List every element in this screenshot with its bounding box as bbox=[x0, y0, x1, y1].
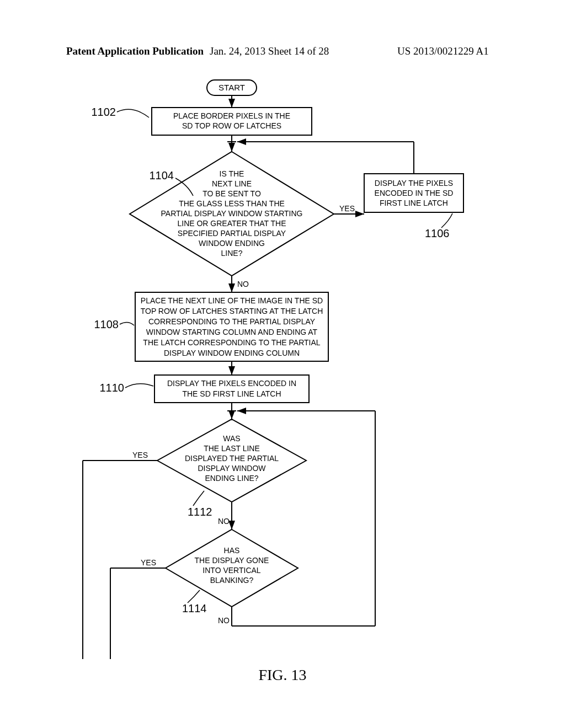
svg-text:SD TOP ROW OF LATCHES: SD TOP ROW OF LATCHES bbox=[182, 121, 281, 130]
svg-text:PLACE BORDER PIXELS IN THE: PLACE BORDER PIXELS IN THE bbox=[173, 111, 290, 120]
svg-text:DISPLAY THE PIXELS: DISPLAY THE PIXELS bbox=[375, 179, 453, 188]
svg-text:DISPLAY WINDOW ENDING COLUMN: DISPLAY WINDOW ENDING COLUMN bbox=[164, 349, 300, 357]
ref-1108: 1108 bbox=[94, 318, 119, 330]
decision-1114: HAS THE DISPLAY GONE INTO VERTICAL BLANK… bbox=[166, 529, 298, 607]
svg-text:WAS: WAS bbox=[223, 434, 240, 443]
ref-1106: 1106 bbox=[425, 227, 450, 239]
ref-1110: 1110 bbox=[100, 382, 125, 394]
label-yes-1112: YES bbox=[132, 451, 148, 459]
svg-text:ENCODED IN THE SD: ENCODED IN THE SD bbox=[375, 189, 454, 197]
svg-text:DISPLAY WINDOW: DISPLAY WINDOW bbox=[198, 464, 266, 473]
ref-1102: 1102 bbox=[92, 106, 116, 118]
svg-text:TO BE SENT TO: TO BE SENT TO bbox=[202, 189, 261, 198]
svg-text:THE SD FIRST LINE LATCH: THE SD FIRST LINE LATCH bbox=[182, 389, 281, 398]
svg-text:HAS: HAS bbox=[224, 546, 240, 555]
svg-text:LINE?: LINE? bbox=[221, 249, 243, 258]
label-no-1114: NO bbox=[218, 616, 230, 625]
svg-text:ENDING LINE?: ENDING LINE? bbox=[205, 474, 258, 483]
flowchart: START PLACE BORDER PIXELS IN THE SD TOP … bbox=[0, 74, 565, 681]
svg-text:START: START bbox=[218, 83, 245, 92]
ref-1114: 1114 bbox=[182, 602, 207, 614]
svg-text:CORRESPONDING TO THE PARTIAL D: CORRESPONDING TO THE PARTIAL DISPLAY bbox=[148, 317, 316, 326]
header-sheet: Jan. 24, 2013 Sheet 14 of 28 bbox=[210, 45, 329, 57]
ref-1112: 1112 bbox=[188, 506, 212, 518]
ref-1104: 1104 bbox=[150, 169, 174, 181]
process-1102: PLACE BORDER PIXELS IN THE SD TOP ROW OF… bbox=[152, 108, 312, 135]
label-no-1112: NO bbox=[218, 517, 230, 526]
header-publication: Patent Application Publication bbox=[66, 45, 204, 57]
svg-text:DISPLAYED THE PARTIAL: DISPLAYED THE PARTIAL bbox=[185, 454, 279, 463]
header-docnum: US 2013/0021229 A1 bbox=[397, 45, 489, 57]
label-no-1104: NO bbox=[237, 280, 249, 288]
svg-text:PLACE THE NEXT LINE OF THE IMA: PLACE THE NEXT LINE OF THE IMAGE IN THE … bbox=[141, 296, 323, 305]
svg-text:SPECIFIED PARTIAL DISPLAY: SPECIFIED PARTIAL DISPLAY bbox=[178, 229, 286, 238]
figure-label: FIG. 13 bbox=[0, 666, 565, 684]
svg-text:WINDOW STARTING COLUMN AND END: WINDOW STARTING COLUMN AND ENDING AT bbox=[146, 328, 318, 336]
process-1110: DISPLAY THE PIXELS ENCODED IN THE SD FIR… bbox=[154, 375, 309, 403]
process-1106: DISPLAY THE PIXELS ENCODED IN THE SD FIR… bbox=[364, 174, 463, 212]
process-1108: PLACE THE NEXT LINE OF THE IMAGE IN THE … bbox=[135, 292, 328, 361]
label-yes-1114: YES bbox=[141, 558, 156, 567]
svg-text:DISPLAY THE PIXELS ENCODED IN: DISPLAY THE PIXELS ENCODED IN bbox=[167, 379, 296, 388]
svg-text:THE LAST LINE: THE LAST LINE bbox=[204, 444, 260, 453]
start-node: START bbox=[207, 80, 257, 95]
svg-text:THE GLASS LESS THAN THE: THE GLASS LESS THAN THE bbox=[179, 199, 285, 208]
svg-text:THE DISPLAY GONE: THE DISPLAY GONE bbox=[195, 556, 269, 565]
svg-text:FIRST LINE LATCH: FIRST LINE LATCH bbox=[380, 199, 448, 207]
svg-text:TOP ROW OF LATCHES STARTING AT: TOP ROW OF LATCHES STARTING AT THE LATCH bbox=[141, 307, 323, 315]
svg-text:THE LATCH CORRESPONDING TO THE: THE LATCH CORRESPONDING TO THE PARTIAL bbox=[143, 338, 320, 347]
svg-text:PARTIAL DISPLAY WINDOW STARTIN: PARTIAL DISPLAY WINDOW STARTING bbox=[161, 209, 303, 218]
decision-1112: WAS THE LAST LINE DISPLAYED THE PARTIAL … bbox=[157, 419, 306, 502]
svg-text:BLANKING?: BLANKING? bbox=[210, 576, 254, 585]
svg-text:INTO VERTICAL: INTO VERTICAL bbox=[202, 566, 261, 575]
svg-text:WINDOW ENDING: WINDOW ENDING bbox=[199, 239, 265, 248]
svg-text:LINE OR GREATER THAT THE: LINE OR GREATER THAT THE bbox=[177, 219, 286, 228]
svg-text:NEXT LINE: NEXT LINE bbox=[212, 179, 252, 188]
svg-text:IS THE: IS THE bbox=[220, 169, 244, 178]
label-yes-1104: YES bbox=[339, 204, 355, 213]
